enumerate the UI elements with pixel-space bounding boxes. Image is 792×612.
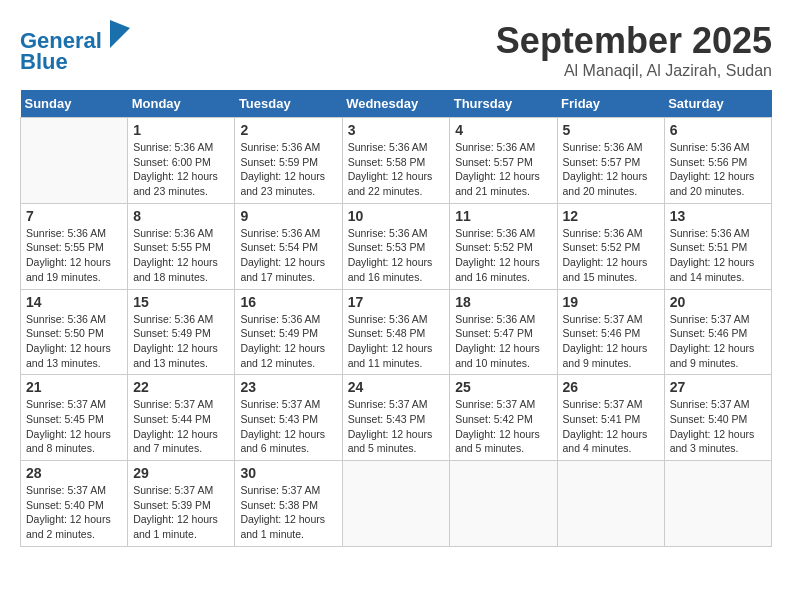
day-number: 30 (240, 465, 336, 481)
calendar-cell (664, 461, 771, 547)
day-info: Sunrise: 5:36 AMSunset: 5:47 PMDaylight:… (455, 312, 551, 371)
calendar-cell: 13Sunrise: 5:36 AMSunset: 5:51 PMDayligh… (664, 203, 771, 289)
day-number: 26 (563, 379, 659, 395)
day-info: Sunrise: 5:37 AMSunset: 5:43 PMDaylight:… (240, 397, 336, 456)
calendar-cell: 17Sunrise: 5:36 AMSunset: 5:48 PMDayligh… (342, 289, 450, 375)
calendar-cell: 16Sunrise: 5:36 AMSunset: 5:49 PMDayligh… (235, 289, 342, 375)
day-number: 12 (563, 208, 659, 224)
calendar-cell: 29Sunrise: 5:37 AMSunset: 5:39 PMDayligh… (128, 461, 235, 547)
day-number: 6 (670, 122, 766, 138)
day-info: Sunrise: 5:37 AMSunset: 5:46 PMDaylight:… (670, 312, 766, 371)
calendar-cell: 9Sunrise: 5:36 AMSunset: 5:54 PMDaylight… (235, 203, 342, 289)
day-number: 24 (348, 379, 445, 395)
calendar-cell: 23Sunrise: 5:37 AMSunset: 5:43 PMDayligh… (235, 375, 342, 461)
day-info: Sunrise: 5:36 AMSunset: 5:50 PMDaylight:… (26, 312, 122, 371)
logo-icon (110, 20, 130, 48)
day-number: 29 (133, 465, 229, 481)
day-number: 4 (455, 122, 551, 138)
header-sunday: Sunday (21, 90, 128, 118)
calendar-week-row: 14Sunrise: 5:36 AMSunset: 5:50 PMDayligh… (21, 289, 772, 375)
svg-marker-0 (110, 20, 130, 48)
calendar-cell: 27Sunrise: 5:37 AMSunset: 5:40 PMDayligh… (664, 375, 771, 461)
day-number: 18 (455, 294, 551, 310)
calendar-cell: 12Sunrise: 5:36 AMSunset: 5:52 PMDayligh… (557, 203, 664, 289)
day-info: Sunrise: 5:37 AMSunset: 5:38 PMDaylight:… (240, 483, 336, 542)
day-number: 3 (348, 122, 445, 138)
day-info: Sunrise: 5:36 AMSunset: 5:48 PMDaylight:… (348, 312, 445, 371)
day-info: Sunrise: 5:36 AMSunset: 5:53 PMDaylight:… (348, 226, 445, 285)
header-wednesday: Wednesday (342, 90, 450, 118)
day-info: Sunrise: 5:36 AMSunset: 6:00 PMDaylight:… (133, 140, 229, 199)
day-info: Sunrise: 5:36 AMSunset: 5:58 PMDaylight:… (348, 140, 445, 199)
day-info: Sunrise: 5:36 AMSunset: 5:57 PMDaylight:… (455, 140, 551, 199)
day-info: Sunrise: 5:37 AMSunset: 5:39 PMDaylight:… (133, 483, 229, 542)
day-info: Sunrise: 5:37 AMSunset: 5:40 PMDaylight:… (670, 397, 766, 456)
calendar-cell: 6Sunrise: 5:36 AMSunset: 5:56 PMDaylight… (664, 118, 771, 204)
day-number: 2 (240, 122, 336, 138)
day-number: 9 (240, 208, 336, 224)
calendar-cell: 11Sunrise: 5:36 AMSunset: 5:52 PMDayligh… (450, 203, 557, 289)
day-info: Sunrise: 5:37 AMSunset: 5:42 PMDaylight:… (455, 397, 551, 456)
day-info: Sunrise: 5:36 AMSunset: 5:56 PMDaylight:… (670, 140, 766, 199)
day-info: Sunrise: 5:37 AMSunset: 5:46 PMDaylight:… (563, 312, 659, 371)
day-number: 10 (348, 208, 445, 224)
day-number: 22 (133, 379, 229, 395)
month-title: September 2025 (496, 20, 772, 62)
calendar-table: SundayMondayTuesdayWednesdayThursdayFrid… (20, 90, 772, 547)
calendar-cell: 25Sunrise: 5:37 AMSunset: 5:42 PMDayligh… (450, 375, 557, 461)
calendar-cell (557, 461, 664, 547)
day-number: 19 (563, 294, 659, 310)
day-number: 11 (455, 208, 551, 224)
day-info: Sunrise: 5:36 AMSunset: 5:59 PMDaylight:… (240, 140, 336, 199)
day-number: 14 (26, 294, 122, 310)
header-friday: Friday (557, 90, 664, 118)
calendar-cell: 14Sunrise: 5:36 AMSunset: 5:50 PMDayligh… (21, 289, 128, 375)
calendar-cell: 19Sunrise: 5:37 AMSunset: 5:46 PMDayligh… (557, 289, 664, 375)
header-thursday: Thursday (450, 90, 557, 118)
calendar-cell: 22Sunrise: 5:37 AMSunset: 5:44 PMDayligh… (128, 375, 235, 461)
title-block: September 2025 Al Manaqil, Al Jazirah, S… (496, 20, 772, 80)
calendar-cell: 20Sunrise: 5:37 AMSunset: 5:46 PMDayligh… (664, 289, 771, 375)
day-number: 23 (240, 379, 336, 395)
calendar-cell: 28Sunrise: 5:37 AMSunset: 5:40 PMDayligh… (21, 461, 128, 547)
day-info: Sunrise: 5:36 AMSunset: 5:51 PMDaylight:… (670, 226, 766, 285)
day-info: Sunrise: 5:37 AMSunset: 5:44 PMDaylight:… (133, 397, 229, 456)
calendar-cell: 4Sunrise: 5:36 AMSunset: 5:57 PMDaylight… (450, 118, 557, 204)
day-info: Sunrise: 5:37 AMSunset: 5:40 PMDaylight:… (26, 483, 122, 542)
header-monday: Monday (128, 90, 235, 118)
logo: General Blue (20, 20, 132, 75)
day-info: Sunrise: 5:36 AMSunset: 5:55 PMDaylight:… (26, 226, 122, 285)
day-info: Sunrise: 5:37 AMSunset: 5:45 PMDaylight:… (26, 397, 122, 456)
calendar-cell: 2Sunrise: 5:36 AMSunset: 5:59 PMDaylight… (235, 118, 342, 204)
header-tuesday: Tuesday (235, 90, 342, 118)
day-number: 13 (670, 208, 766, 224)
day-number: 21 (26, 379, 122, 395)
calendar-week-row: 21Sunrise: 5:37 AMSunset: 5:45 PMDayligh… (21, 375, 772, 461)
calendar-cell (21, 118, 128, 204)
day-info: Sunrise: 5:36 AMSunset: 5:49 PMDaylight:… (133, 312, 229, 371)
calendar-cell: 18Sunrise: 5:36 AMSunset: 5:47 PMDayligh… (450, 289, 557, 375)
day-number: 1 (133, 122, 229, 138)
calendar-cell (342, 461, 450, 547)
calendar-cell: 26Sunrise: 5:37 AMSunset: 5:41 PMDayligh… (557, 375, 664, 461)
calendar-week-row: 1Sunrise: 5:36 AMSunset: 6:00 PMDaylight… (21, 118, 772, 204)
calendar-cell: 30Sunrise: 5:37 AMSunset: 5:38 PMDayligh… (235, 461, 342, 547)
day-info: Sunrise: 5:36 AMSunset: 5:49 PMDaylight:… (240, 312, 336, 371)
day-number: 25 (455, 379, 551, 395)
calendar-week-row: 7Sunrise: 5:36 AMSunset: 5:55 PMDaylight… (21, 203, 772, 289)
calendar-cell: 3Sunrise: 5:36 AMSunset: 5:58 PMDaylight… (342, 118, 450, 204)
day-info: Sunrise: 5:36 AMSunset: 5:52 PMDaylight:… (455, 226, 551, 285)
day-number: 20 (670, 294, 766, 310)
day-info: Sunrise: 5:37 AMSunset: 5:41 PMDaylight:… (563, 397, 659, 456)
day-number: 5 (563, 122, 659, 138)
calendar-cell: 7Sunrise: 5:36 AMSunset: 5:55 PMDaylight… (21, 203, 128, 289)
calendar-cell: 10Sunrise: 5:36 AMSunset: 5:53 PMDayligh… (342, 203, 450, 289)
day-number: 17 (348, 294, 445, 310)
day-info: Sunrise: 5:36 AMSunset: 5:52 PMDaylight:… (563, 226, 659, 285)
calendar-header-row: SundayMondayTuesdayWednesdayThursdayFrid… (21, 90, 772, 118)
header-saturday: Saturday (664, 90, 771, 118)
calendar-cell: 24Sunrise: 5:37 AMSunset: 5:43 PMDayligh… (342, 375, 450, 461)
day-info: Sunrise: 5:36 AMSunset: 5:57 PMDaylight:… (563, 140, 659, 199)
day-number: 27 (670, 379, 766, 395)
calendar-cell: 1Sunrise: 5:36 AMSunset: 6:00 PMDaylight… (128, 118, 235, 204)
